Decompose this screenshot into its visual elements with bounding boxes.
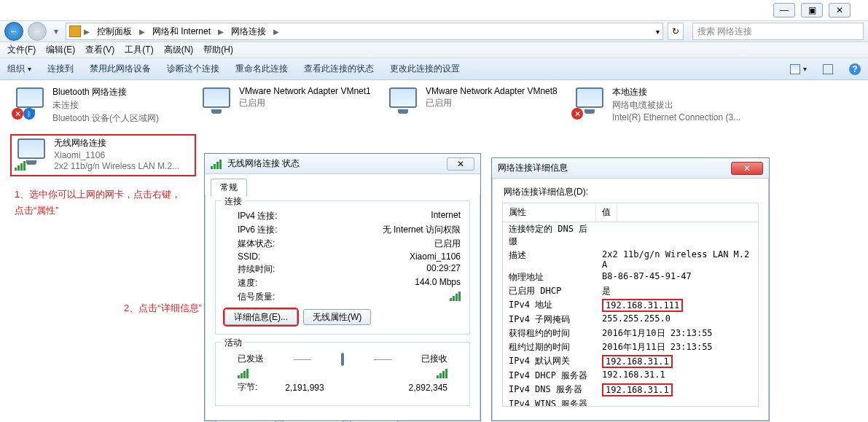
table-row[interactable]: IPv4 WINS 服务器 (503, 397, 758, 407)
menu-advanced[interactable]: 高级(N) (164, 44, 194, 56)
table-row[interactable]: 描述2x2 11b/g/n Wireless LAN M.2 A (503, 249, 758, 270)
property-cell: 物理地址 (503, 270, 596, 284)
preview-pane-button[interactable] (823, 64, 833, 74)
disable-device-button[interactable]: 禁用此网络设备 (90, 63, 151, 75)
rename-button[interactable]: 重命名此连接 (235, 63, 288, 75)
breadcrumb[interactable]: ▶ 控制面板 ▶ 网络和 Internet ▶ 网络连接 ▶ ▾ (66, 23, 663, 40)
minimize-button[interactable]: — (773, 3, 795, 17)
table-row[interactable]: 获得租约的时间2016年1月10日 23:13:55 (503, 327, 758, 340)
activity-legend: 活动 (222, 337, 245, 349)
value-cell: B8-86-87-45-91-47 (596, 270, 758, 284)
menubar: 文件(F) 编辑(E) 查看(V) 工具(T) 高级(N) 帮助(H) (0, 42, 868, 58)
navbar: ← → ▾ ▶ 控制面板 ▶ 网络和 Internet ▶ 网络连接 ▶ ▾ ↻… (0, 20, 868, 42)
ssid-label: SSID: (238, 251, 260, 262)
status-error-icon: ✕ (571, 108, 583, 120)
back-button[interactable]: ← (4, 22, 23, 41)
details-title: 网络连接详细信息 (498, 162, 568, 174)
property-cell: IPv4 DHCP 服务器 (503, 369, 596, 383)
chevron-right-icon: ▶ (138, 28, 146, 36)
breadcrumb-seg[interactable]: 网络连接 (227, 26, 270, 38)
table-row[interactable]: 连接特定的 DNS 后缀 (503, 222, 758, 249)
history-dropdown[interactable]: ▾ (51, 22, 61, 41)
details-dialog: 网络连接详细信息 ✕ 网络连接详细信息(D): 属性 值 连接特定的 DNS 后… (491, 157, 770, 421)
ipv4-label: IPv4 连接: (238, 210, 278, 222)
menu-file[interactable]: 文件(F) (7, 44, 36, 56)
menu-view[interactable]: 查看(V) (85, 44, 114, 56)
item-status: 已启用 (426, 97, 558, 109)
table-row[interactable]: IPv4 默认网关192.168.31.1 (503, 354, 758, 369)
signal-label: 信号质量: (238, 291, 275, 303)
table-row[interactable]: IPv4 DHCP 服务器192.168.31.1 (503, 369, 758, 383)
maximize-button[interactable]: ▣ (801, 3, 823, 17)
ssid-value: Xiaomi_1106 (410, 251, 461, 262)
property-cell: IPv4 DNS 服务器 (503, 383, 596, 397)
signal-icon (450, 291, 461, 301)
table-row[interactable]: 已启用 DHCP是 (503, 284, 758, 298)
item-device: Intel(R) Ethernet Connection (3... (612, 112, 740, 122)
view-status-button[interactable]: 查看此连接的状态 (304, 63, 374, 75)
table-row[interactable]: IPv4 子网掩码255.255.255.0 (503, 313, 758, 327)
breadcrumb-seg[interactable]: 网络和 Internet (148, 26, 215, 38)
status-titlebar[interactable]: 无线网络连接 状态 ✕ (205, 154, 480, 174)
value-cell: 2016年1月11日 23:13:55 (596, 340, 758, 354)
menu-tools[interactable]: 工具(T) (125, 44, 153, 56)
wireless-properties-button[interactable]: 无线属性(W) (303, 309, 371, 325)
table-row[interactable]: 租约过期的时间2016年1月11日 23:13:55 (503, 340, 758, 354)
item-device: 2x2 11b/g/n Wireless LAN M.2... (54, 161, 179, 171)
connection-list: ✕ ᛒ Bluetooth 网络连接 未连接 Bluetooth 设备(个人区域… (10, 85, 861, 139)
refresh-button[interactable]: ↻ (668, 23, 684, 40)
property-cell: 租约过期的时间 (503, 340, 596, 354)
details-button[interactable]: 详细信息(E)... (224, 309, 297, 325)
property-cell: 获得租约的时间 (503, 327, 596, 340)
value-cell: 255.255.255.0 (596, 313, 758, 327)
table-row[interactable]: IPv4 DNS 服务器192.168.31.1 (503, 383, 758, 397)
connection-item-local[interactable]: ✕ 本地连接 网络电缆被拔出 Intel(R) Ethernet Connect… (570, 85, 752, 127)
bluetooth-icon: ᛒ (23, 108, 35, 120)
window-controls: — ▣ ✕ (773, 3, 851, 17)
status-close-button[interactable]: ✕ (447, 157, 474, 171)
item-name: 本地连接 (612, 86, 740, 98)
wifi-signal-icon (15, 160, 26, 171)
breadcrumb-seg[interactable]: 控制面板 (93, 26, 136, 38)
col-property[interactable]: 属性 (503, 203, 596, 222)
item-name: VMware Network Adapter VMnet8 (426, 86, 558, 96)
connection-group: 连接 IPv4 连接:Internet IPv6 连接:无 Internet 访… (215, 200, 470, 335)
tab-general[interactable]: 常规 (211, 179, 247, 196)
connection-item-bluetooth[interactable]: ✕ ᛒ Bluetooth 网络连接 未连接 Bluetooth 设备(个人区域… (10, 85, 192, 127)
value-cell (596, 222, 758, 249)
bytes-label: 字节: (238, 381, 257, 394)
change-settings-button[interactable]: 更改此连接的设置 (390, 63, 460, 75)
diagnose-button[interactable]: 诊断这个连接 (167, 63, 219, 75)
forward-button[interactable]: → (28, 22, 47, 41)
organize-button[interactable]: 组织▾ (7, 63, 31, 75)
activity-group: 活动 已发送 —— —— 已接收 字节: (215, 342, 470, 406)
col-value[interactable]: 值 (596, 203, 617, 222)
activity-recv-icon (437, 368, 447, 378)
details-close-button[interactable]: ✕ (731, 162, 763, 175)
status-title: 无线网络连接 状态 (227, 157, 300, 170)
received-label: 已接收 (421, 353, 447, 365)
details-table: 属性 值 连接特定的 DNS 后缀描述2x2 11b/g/n Wireless … (502, 203, 759, 407)
bytes-sent: 2,191,993 (285, 383, 324, 393)
connection-item-vmnet1[interactable]: VMware Network Adapter VMnet1 已启用 (197, 85, 379, 127)
view-mode-button[interactable]: ▾ (790, 64, 807, 74)
close-window-button[interactable]: ✕ (829, 3, 851, 17)
menu-help[interactable]: 帮助(H) (203, 44, 233, 56)
item-status: Xiaomi_1106 (54, 150, 179, 160)
connect-to-button[interactable]: 连接到 (47, 63, 74, 75)
table-row[interactable]: 物理地址B8-86-87-45-91-47 (503, 270, 758, 284)
menu-edit[interactable]: 编辑(E) (46, 44, 75, 56)
chevron-down-icon[interactable]: ▾ (656, 28, 660, 36)
chevron-right-icon: ▶ (82, 28, 91, 36)
item-status: 网络电缆被拔出 (612, 99, 740, 112)
help-button[interactable]: ? (849, 63, 861, 75)
details-titlebar[interactable]: 网络连接详细信息 ✕ (492, 158, 769, 179)
item-device: Bluetooth 设备(个人区域网) (52, 112, 159, 125)
connection-item-wireless-selected[interactable]: 无线网络连接 Xiaomi_1106 2x2 11b/g/n Wireless … (10, 134, 196, 176)
search-input[interactable]: 搜索 网络连接 (692, 23, 864, 40)
value-cell: 192.168.31.1 (596, 383, 758, 397)
table-row[interactable]: IPv4 地址192.168.31.111 (503, 298, 758, 313)
connection-item-vmnet8[interactable]: VMware Network Adapter VMnet8 已启用 (383, 85, 566, 127)
property-cell: IPv4 地址 (503, 298, 596, 313)
value-cell: 是 (596, 284, 758, 298)
